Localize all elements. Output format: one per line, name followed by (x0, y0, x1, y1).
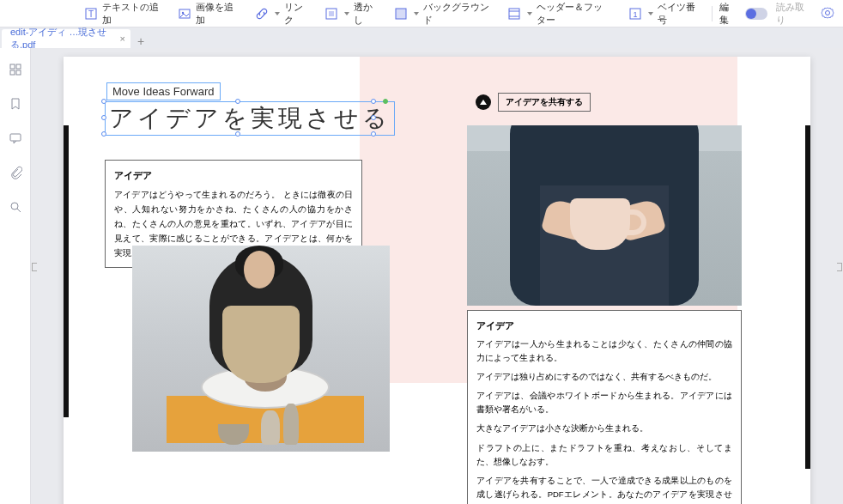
selection-handle[interactable] (235, 131, 240, 137)
bookmark-icon[interactable] (8, 96, 23, 112)
edit-mode-label: 編集 (719, 1, 737, 27)
idea-heading: アイデア (114, 167, 353, 184)
editor-toolbar: T テキストの追加 画像を追加 リンク 透かし バックグラウンド ヘッダー＆フッ… (0, 0, 843, 27)
watermark-button[interactable]: 透かし (318, 0, 384, 29)
search-icon[interactable] (8, 199, 23, 215)
header-footer-label: ヘッダー＆フッター (537, 1, 611, 27)
svg-rect-5 (329, 11, 334, 16)
bates-button[interactable]: 1 ベイツ番号 (622, 0, 705, 29)
decor-bar-right (805, 125, 810, 469)
gear-icon[interactable] (821, 7, 834, 21)
link-icon (255, 7, 269, 21)
svg-rect-17 (10, 70, 15, 75)
close-icon[interactable]: × (120, 33, 125, 44)
add-text-button[interactable]: T テキストの追加 (77, 0, 167, 29)
selection-handle[interactable] (101, 115, 106, 120)
title-text: アイデアを実現させる (109, 105, 391, 131)
watermark-label: 透かし (354, 1, 377, 27)
chevron-down-icon (414, 12, 419, 15)
ruler-marker-left (32, 263, 37, 271)
svg-marker-13 (822, 8, 834, 18)
background-label: バックグラウンド (423, 1, 489, 27)
tab-bar: edit-アイディ …現させる.pdf × + (0, 27, 843, 48)
svg-rect-18 (16, 70, 21, 75)
subtitle-frame[interactable]: Move Ideas Forward (106, 82, 221, 100)
add-image-label: 画像を追加 (196, 1, 237, 27)
selection-handle[interactable] (235, 99, 240, 104)
svg-point-14 (825, 10, 829, 15)
read-mode-label: 読み取り (776, 1, 810, 27)
chevron-down-icon (275, 12, 280, 15)
pottery-image[interactable] (132, 246, 390, 452)
attachment-icon[interactable] (8, 165, 23, 180)
add-text-label: テキストの追加 (102, 1, 161, 27)
chevron-down-icon (344, 12, 349, 15)
rotation-handle[interactable] (383, 99, 388, 104)
idea-p4: 大きなアイデアは小さな決断から生まれる。 (476, 422, 732, 435)
idea-p5: ドラフトの上に、またドラフトを重ね、考えなおし、そしてまた、想像しなおす。 (476, 441, 732, 469)
mug-image[interactable] (467, 125, 742, 306)
share-idea-label: アイデアを共有する (506, 97, 583, 106)
idea-p2: アイデアは独り占めにするのではなく、共有するべきものだ。 (476, 370, 732, 384)
background-button[interactable]: バックグラウンド (387, 0, 496, 29)
subtitle-text: Move Ideas Forward (112, 85, 215, 98)
left-sidebar (0, 48, 31, 504)
text-icon: T (84, 7, 98, 21)
document-canvas[interactable]: Move Ideas Forward アイデアを実現させる アイデア アイデアは… (31, 48, 843, 504)
idea-p3: アイデアは、会議やホワイトボードから生まれる。アイデアには書類や署名がいる。 (476, 389, 732, 416)
watermark-icon (324, 7, 338, 21)
svg-rect-15 (10, 64, 15, 69)
comment-icon[interactable] (8, 131, 23, 146)
separator (712, 6, 713, 21)
bates-icon: 1 (628, 7, 642, 21)
background-icon (394, 7, 408, 21)
selection-handle[interactable] (101, 99, 106, 104)
svg-text:T: T (88, 9, 94, 19)
document-tab[interactable]: edit-アイディ …現させる.pdf × (2, 29, 130, 48)
add-tab-button[interactable]: + (137, 34, 144, 48)
idea-heading-right: アイデア (476, 318, 732, 334)
selection-handle[interactable] (371, 99, 376, 104)
share-idea-block[interactable]: アイデアを共有する (476, 93, 591, 112)
selection-handle[interactable] (371, 115, 376, 120)
add-image-button[interactable]: 画像を追加 (171, 0, 244, 29)
decor-bar-left (64, 125, 69, 417)
header-footer-button[interactable]: ヘッダー＆フッター (500, 0, 618, 29)
chevron-down-icon (527, 12, 532, 15)
thumbnails-icon[interactable] (8, 62, 23, 77)
ruler-marker-right (837, 263, 842, 271)
svg-rect-16 (16, 64, 21, 69)
svg-line-21 (17, 209, 21, 212)
link-button[interactable]: リンク (248, 0, 314, 29)
svg-rect-7 (396, 9, 406, 19)
idea-p6: アイデアを共有することで、一人で達成できる成果以上のものを成し遂げられる。PDF… (476, 474, 732, 504)
selection-handle[interactable] (371, 131, 376, 137)
selection-handle[interactable] (101, 131, 106, 137)
svg-rect-8 (509, 9, 519, 19)
main-area: Move Ideas Forward アイデアを実現させる アイデア アイデアは… (0, 48, 843, 504)
image-icon (178, 7, 191, 21)
chevron-down-icon (648, 12, 653, 15)
link-label: リンク (284, 1, 307, 27)
svg-text:1: 1 (634, 10, 638, 19)
svg-point-20 (11, 203, 18, 209)
idea-p1: アイデアは一人から生まれることは少なく、たくさんの仲間の協力によって生まれる。 (476, 337, 732, 365)
svg-rect-19 (10, 134, 21, 141)
bates-label: ベイツ番号 (658, 1, 698, 27)
edit-read-toggle[interactable] (745, 8, 767, 20)
header-footer-icon (507, 7, 521, 21)
idea-box-right[interactable]: アイデア アイデアは一人から生まれることは少なく、たくさんの仲間の協力によって生… (467, 310, 742, 504)
page-spread: Move Ideas Forward アイデアを実現させる アイデア アイデアは… (64, 57, 810, 504)
share-arrow-icon (476, 94, 491, 110)
title-text-selected[interactable]: アイデアを実現させる (105, 101, 395, 136)
